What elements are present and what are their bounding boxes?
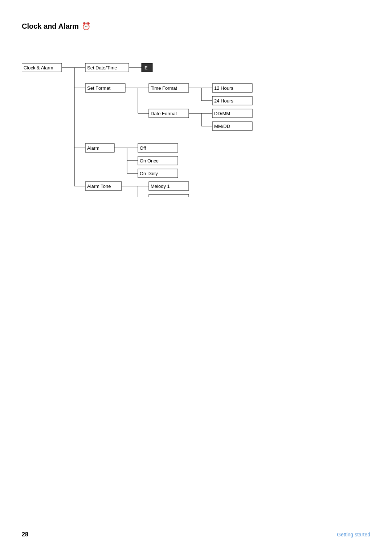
svg-text:Alarm: Alarm (87, 145, 99, 151)
svg-text:Alarm Tone: Alarm Tone (87, 184, 111, 189)
svg-text:Date Format: Date Format (151, 111, 177, 116)
svg-text:Clock & Alarm: Clock & Alarm (24, 65, 53, 70)
svg-text:24 Hours: 24 Hours (214, 98, 233, 104)
svg-text:Set Date/Time: Set Date/Time (87, 65, 117, 70)
tree-svg: Clock & Alarm Set Date/Time E Set Format (22, 41, 348, 197)
svg-text:Melody 1: Melody 1 (151, 184, 170, 189)
page-footer: 28 Getting started (22, 531, 370, 538)
page-title: Clock and Alarm ⏰ (22, 22, 370, 31)
svg-text:MM/DD: MM/DD (214, 124, 230, 129)
svg-text:On Daily: On Daily (140, 171, 158, 176)
svg-text:Set Format: Set Format (87, 85, 111, 91)
svg-text:On Once: On Once (140, 158, 159, 164)
svg-text:DD/MM: DD/MM (214, 111, 230, 116)
svg-text:12 Hours: 12 Hours (214, 85, 233, 91)
clock-icon: ⏰ (82, 22, 91, 31)
svg-text:Melody 2: Melody 2 (151, 196, 170, 197)
svg-text:Off: Off (140, 145, 146, 151)
footer-text: Getting started (337, 532, 370, 537)
svg-text:Time Format: Time Format (151, 85, 177, 91)
tree-diagram: Clock & Alarm Set Date/Time E Set Format (22, 41, 348, 193)
page-number: 28 (22, 531, 28, 538)
title-text: Clock and Alarm (22, 22, 79, 31)
svg-text:E: E (144, 65, 148, 70)
